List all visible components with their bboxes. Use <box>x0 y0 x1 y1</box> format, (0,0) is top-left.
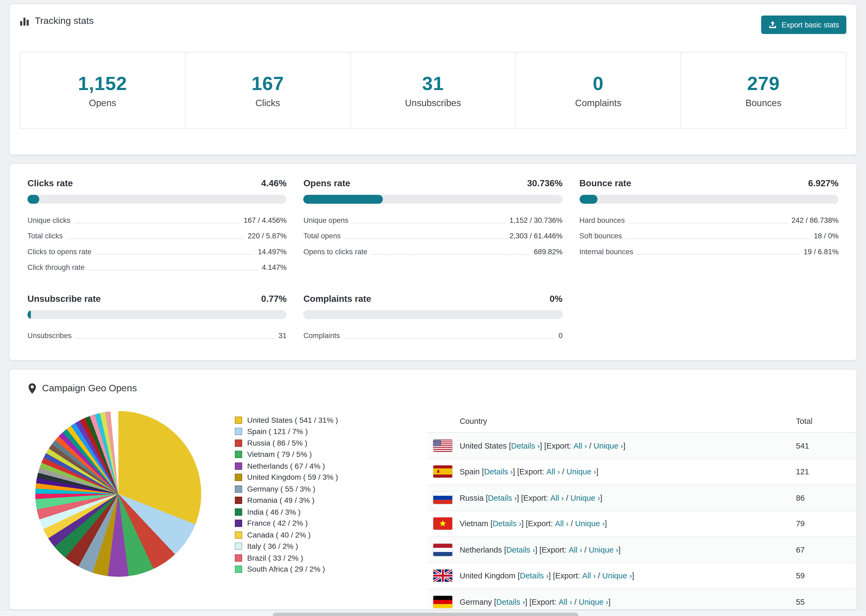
details-link[interactable]: Details › <box>511 441 540 450</box>
export-all-link[interactable]: All › <box>555 519 568 528</box>
country-name: Russia <box>460 493 483 502</box>
rates-card: Clicks rate 4.46% Unique clicks 167 / 4.… <box>9 163 857 361</box>
export-unique-link[interactable]: Unique › <box>570 493 600 502</box>
complaints-count: 0 <box>593 72 603 94</box>
horizontal-scrollbar-thumb[interactable] <box>273 613 578 616</box>
export-unique-link[interactable]: Unique › <box>589 545 618 554</box>
export-unique-link[interactable]: Unique › <box>579 597 608 606</box>
country-cell: Russia [Details ›] [Export: All › / Uniq… <box>433 492 796 504</box>
country-name: United States <box>460 441 507 450</box>
country-total: 86 <box>796 493 856 502</box>
legend-label: South Africa ( 29 / 2% ) <box>247 565 325 574</box>
unsubscribe-rate-title: Unsubscribe rate <box>27 294 101 304</box>
rate-row-label: Complaints <box>303 331 340 339</box>
bracket-before-details: [ <box>492 597 496 606</box>
dotted-leader <box>345 238 505 239</box>
rate-detail-row: Unique clicks 167 / 4.456% <box>27 212 287 228</box>
legend-color-swatch <box>235 520 242 527</box>
link-separator: / <box>596 571 602 580</box>
export-basic-stats-button[interactable]: Export basic stats <box>761 16 846 34</box>
bracket-close: ] <box>632 571 634 580</box>
details-link[interactable]: Details › <box>520 571 549 580</box>
geo-pie-block <box>9 394 235 610</box>
table-row: United Kingdom [Details ›] [Export: All … <box>428 563 856 589</box>
link-separator: / <box>568 519 575 528</box>
rate-detail-row: Hard bounces 242 / 86.738% <box>579 212 839 228</box>
clicks-rate-panel: Clicks rate 4.46% Unique clicks 167 / 4.… <box>27 178 287 275</box>
export-all-link[interactable]: All › <box>546 467 560 476</box>
country-name: Spain <box>460 467 480 476</box>
page-title: Tracking stats <box>35 16 94 27</box>
legend-label: Germany ( 55 / 3% ) <box>247 485 315 493</box>
legend-label: Spain ( 121 / 7% ) <box>247 427 308 436</box>
country-flag-icon <box>433 439 452 452</box>
rate-row-label: Hard bounces <box>579 216 625 224</box>
export-all-link[interactable]: All › <box>550 493 564 502</box>
legend-label: France ( 42 / 2% ) <box>247 519 308 528</box>
bracket-export: ] [Export: <box>540 441 573 450</box>
country-flag-icon <box>433 596 452 608</box>
rate-row-value: 18 / 0% <box>814 231 839 240</box>
details-link[interactable]: Details › <box>496 597 525 606</box>
export-all-link[interactable]: All › <box>573 441 587 450</box>
legend-label: United States ( 541 / 31% ) <box>247 416 338 424</box>
export-unique-link[interactable]: Unique › <box>594 441 623 450</box>
country-name: Germany <box>460 597 492 606</box>
complaints-rate-title: Complaints rate <box>303 294 371 304</box>
export-all-link[interactable]: All › <box>568 545 582 554</box>
details-link[interactable]: Details › <box>488 493 516 502</box>
horizontal-scrollbar-track <box>0 611 866 616</box>
export-icon <box>768 21 777 29</box>
legend-color-swatch <box>235 508 242 515</box>
country-total: 59 <box>796 571 856 580</box>
legend-item: Spain ( 121 / 7% ) <box>235 426 428 437</box>
legend-color-swatch <box>235 474 242 481</box>
legend-label: Netherlands ( 67 / 4% ) <box>247 462 325 470</box>
complaints-label: Complaints <box>575 97 621 108</box>
bracket-export: ] [Export: <box>513 467 546 476</box>
country-flag-icon <box>433 569 452 582</box>
bracket-before-details: [ <box>502 545 506 554</box>
legend-label: United Kingdom ( 59 / 3% ) <box>247 473 338 482</box>
bracket-before-details: [ <box>480 467 484 476</box>
legend-item: Brazil ( 33 / 2% ) <box>235 552 428 564</box>
export-unique-link[interactable]: Unique › <box>567 467 596 476</box>
export-all-link[interactable]: All › <box>582 571 596 580</box>
rate-detail-row: Internal bounces 19 / 6.81% <box>579 244 839 259</box>
rate-row-label: Unsubscribes <box>27 331 72 339</box>
rate-row-value: 31 <box>279 331 287 339</box>
rate-row-value: 14.497% <box>258 247 287 256</box>
country-cell: Spain [Details ›] [Export: All › / Uniqu… <box>433 465 796 478</box>
bounce-rate-title: Bounce rate <box>579 178 631 189</box>
rate-row-value: 220 / 5.87% <box>248 231 287 240</box>
bracket-export: ] [Export: <box>535 545 569 554</box>
bracket-close: ] <box>596 467 598 476</box>
dotted-leader <box>344 338 554 338</box>
details-link[interactable]: Details › <box>506 545 535 554</box>
bracket-export: ] [Export: <box>521 519 555 528</box>
legend-item: Vietnam ( 79 / 5% ) <box>235 449 428 460</box>
opens-rate-details: Unique opens 1,152 / 30.736% Total opens… <box>303 212 563 259</box>
dotted-leader <box>637 254 800 255</box>
stat-box-clicks: 167 Clicks <box>185 52 350 129</box>
export-unique-link[interactable]: Unique › <box>602 571 632 580</box>
details-link[interactable]: Details › <box>493 519 521 528</box>
country-flag-icon <box>433 518 452 530</box>
rate-row-label: Internal bounces <box>579 247 633 256</box>
bracket-before-details: [ <box>516 571 520 580</box>
rate-row-value: 1,152 / 30.736% <box>509 216 562 224</box>
export-all-link[interactable]: All › <box>559 597 572 606</box>
export-unique-link[interactable]: Unique › <box>575 519 605 528</box>
rate-detail-row: Click through rate 4.147% <box>27 259 287 275</box>
legend-item: Germany ( 55 / 3% ) <box>235 483 428 495</box>
rate-detail-row: Clicks to opens rate 14.497% <box>27 244 287 259</box>
details-link[interactable]: Details › <box>484 467 513 476</box>
link-separator: / <box>587 441 594 450</box>
clicks-count: 167 <box>252 72 284 94</box>
country-flag-icon <box>433 492 452 504</box>
link-separator: / <box>560 467 567 476</box>
legend-item: France ( 42 / 2% ) <box>235 518 428 529</box>
opens-label: Opens <box>89 97 116 108</box>
stats-row: 1,152 Opens 167 Clicks 31 Unsubscribes 0… <box>20 52 846 129</box>
legend-label: Romania ( 49 / 3% ) <box>247 496 314 504</box>
